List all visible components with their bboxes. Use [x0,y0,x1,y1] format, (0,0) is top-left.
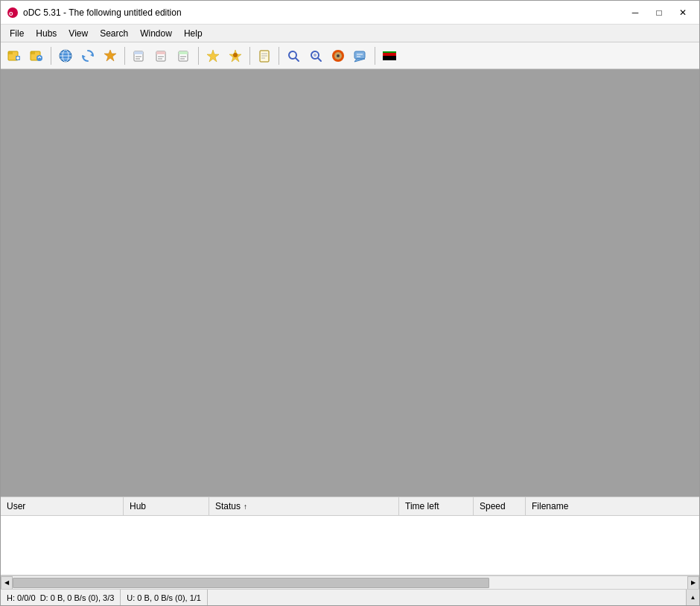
col-user[interactable]: User [1,497,124,515]
upload-status: U: 0 B, 0 B/s (0), 1/1 [121,590,208,605]
maximize-button[interactable]: □ [649,4,669,21]
menu-file[interactable]: File [4,25,30,42]
svg-rect-3 [8,51,13,54]
notepad-button[interactable] [254,45,275,66]
menu-view[interactable]: View [63,25,94,42]
minimize-button[interactable]: ─ [625,4,646,21]
scroll-right-button[interactable]: ▶ [687,576,699,590]
search-spy-button[interactable] [305,45,326,66]
menu-help[interactable]: Help [178,25,209,42]
svg-marker-46 [354,59,365,62]
bandwidth-button[interactable] [379,45,400,66]
download-list-header: User Hub Status ↑ Time left Speed Filena… [1,497,699,516]
svg-point-41 [314,54,316,57]
sort-arrow-status: ↑ [244,503,247,511]
public-hubs-button[interactable] [55,45,76,66]
col-hub[interactable]: Hub [124,497,209,515]
options-button[interactable] [100,45,121,66]
upload-list-button[interactable] [174,45,194,66]
menu-hubs[interactable]: Hubs [30,25,63,42]
toolbar-separator-2 [124,47,125,65]
app-icon: o [7,7,19,19]
svg-marker-30 [207,50,219,62]
svg-rect-33 [260,51,269,62]
refresh-button[interactable] [77,45,98,66]
window-controls: ─ □ ✕ [625,4,693,21]
toolbar-separator-1 [51,47,51,65]
menu-search[interactable]: Search [94,25,134,42]
col-filename[interactable]: Filename [526,497,699,515]
new-connection-button[interactable] [4,45,25,66]
menu-window[interactable]: Window [134,25,178,42]
favorites-button[interactable] [203,45,223,66]
status-bar: H: 0/0/0 D: 0 B, 0 B/s (0), 3/3 U: 0 B, … [1,589,699,605]
col-speed[interactable]: Speed [474,497,526,515]
toolbar-separator-3 [198,47,199,65]
svg-marker-17 [104,50,116,61]
away-button[interactable] [350,45,371,66]
svg-line-40 [318,58,321,61]
col-status[interactable]: Status ↑ [209,497,399,515]
svg-marker-16 [83,55,86,58]
download-list-button[interactable] [151,45,172,66]
menu-bar: File Hubs View Search Window Help [1,25,699,42]
hub-status: H: 0/0/0 D: 0 B, 0 B/s (0), 3/3 [1,590,121,605]
favorite-users-button[interactable] [225,45,246,66]
title-bar: o oDC 5.31 - The following untitled edit… [1,1,699,25]
svg-marker-15 [90,54,93,57]
svg-rect-27 [179,51,188,54]
window-title: oDC 5.31 - The following untitled editio… [23,7,625,18]
svg-rect-8 [31,51,35,54]
svg-rect-51 [383,56,396,60]
scroll-left-button[interactable]: ◀ [1,576,13,590]
svg-rect-19 [134,51,143,54]
toolbar-separator-5 [279,47,279,65]
svg-rect-23 [156,51,165,54]
close-button[interactable]: ✕ [672,4,693,21]
svg-point-32 [233,53,238,57]
scroll-thumb[interactable] [13,578,489,588]
scroll-track[interactable] [13,576,687,590]
svg-rect-50 [383,51,396,53]
status-expand-button[interactable]: ▲ [686,590,699,606]
quick-connect-button[interactable] [26,45,47,66]
svg-point-44 [337,54,340,57]
svg-text:o: o [9,10,13,17]
hash-check-button[interactable] [328,45,349,66]
open-list-button[interactable] [129,45,150,66]
svg-line-38 [296,58,299,61]
horizontal-scrollbar[interactable]: ◀ ▶ [1,575,699,589]
download-list-content [1,516,699,575]
toolbar-separator-6 [375,47,375,65]
main-content-area [1,69,699,497]
toolbar-separator-4 [249,47,250,65]
search-button[interactable] [283,45,304,66]
svg-rect-45 [354,51,365,59]
toolbar [1,42,699,69]
col-time-left[interactable]: Time left [399,497,474,515]
